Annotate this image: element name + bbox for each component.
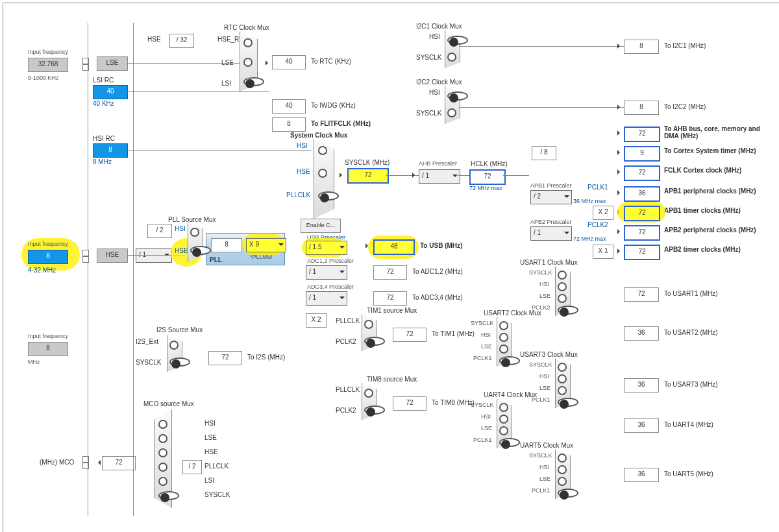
ahb-div[interactable]: / 1 [419,169,460,184]
adc12-div[interactable]: / 1 [306,265,347,280]
flit-out: 8 [272,117,306,132]
pll-hsi-div: / 2 [147,224,172,238]
hse-input-value[interactable]: 8 [28,250,68,264]
i2s-input-range: MHz [28,359,40,365]
usart1-lse: LSE [539,293,550,299]
i2c1-radio-hsi[interactable] [447,36,468,45]
i2c2-radio-sysclk[interactable] [447,108,456,117]
usart1-hsi: HSI [539,281,549,287]
usart1-r1[interactable] [558,271,567,280]
lse-input-range: 0-1000 KHz [28,75,59,81]
apb1-tim-lbl: APB1 timer clocks (MHz) [664,207,741,214]
i2s-radio-ext[interactable] [169,341,179,350]
rtc-hse-lbl: HSE [147,36,161,43]
mco-radio-lsi[interactable] [158,477,167,486]
mco-radio-hse[interactable] [158,448,167,457]
sysmux-radio-hse[interactable] [318,169,327,178]
hse-pin-top [82,250,89,256]
uart5-r2[interactable] [558,465,567,474]
adc12-out-lbl: To ADC1,2 (MHz) [412,268,463,275]
rtc-radio-lse[interactable] [243,58,253,67]
apb2-periph: 72 [624,225,660,241]
pll-radio-hsi[interactable] [190,228,199,237]
uart4-r2[interactable] [499,415,508,424]
arrow-ahb-out [617,130,623,136]
usart2-r3[interactable] [499,345,508,354]
usart1-sysclk: SYSCLK [529,269,552,276]
mco-radio-pll[interactable] [158,463,167,472]
mco-radio-hsi[interactable] [158,420,167,429]
i2c2-title: I2C2 Clock Mux [416,79,462,86]
apb2-div[interactable]: / 1 [530,226,572,241]
usart3-title: USART3 Clock Mux [520,351,578,358]
tim8-radio-pclk2[interactable] [364,405,385,415]
usart1-out-lbl: To USART1 (MHz) [664,290,718,297]
rtc-radio-hse[interactable] [243,38,253,47]
pll-radio-hse[interactable] [190,246,211,255]
tim8-radio-pll[interactable] [364,389,373,398]
hse-input-range: 4-32 MHz [28,267,56,274]
mco-radio-lse[interactable] [158,434,167,443]
tim1-radio-pll[interactable] [364,320,373,329]
usart2-r4[interactable] [499,356,520,365]
usart2-r1[interactable] [499,321,508,330]
rtc-out-lbl: To RTC (KHz) [311,58,351,65]
lsirc-label: LSI RC [93,77,114,84]
usart3-r3[interactable] [558,386,567,395]
usb-div[interactable]: / 1.5 [306,241,347,255]
uart4-r1[interactable] [499,403,508,412]
tim1-radio-pclk2[interactable] [364,337,385,346]
out-fclk: 72 [624,165,660,181]
i2s-input-value[interactable]: 8 [28,342,68,356]
usart2-r2[interactable] [499,333,508,342]
hclk-value[interactable]: 72 [469,169,506,185]
rtc-lsi-lbl: LSI [221,80,231,87]
usart3-r4[interactable] [558,398,578,407]
mco-title: MCO source Mux [143,400,194,407]
sysmux-radio-hsi[interactable] [318,146,327,155]
mco-lsi: LSI [204,477,214,484]
tim1-pclk2: PCLK2 [336,338,356,345]
arrow-ahb [412,173,417,178]
rtc-out: 40 [272,55,306,69]
i2c1-out-lbl: To I2C1 (MHz) [664,42,706,49]
usart1-r2[interactable] [558,282,567,291]
rtc-radio-lsi[interactable] [243,77,264,86]
out-fclk-lbl: FCLK Cortex clock (MHz) [664,167,741,174]
mco-radio-sysclk[interactable] [158,491,179,500]
usart1-out: 72 [624,287,659,302]
i2s-sysclk: SYSCLK [136,359,161,366]
adc12-title: ADC1,2 Prescaler [307,258,354,264]
mco-out-lbl: (MHz) MCO [40,459,74,466]
uart5-r3[interactable] [558,477,567,486]
arrow-i2c2 [617,104,623,110]
hse-pin-bot [82,256,89,263]
usart1-r4[interactable] [558,306,578,315]
i2c2-radio-hsi[interactable] [447,91,468,101]
lse-pin-box: LSE [97,56,128,71]
i2s-radio-sysclk[interactable] [169,357,190,367]
sysmux-enable-css[interactable]: Enable C... [301,219,341,233]
uart4-r4[interactable] [499,438,520,447]
lse-input-value[interactable]: 32.768 [28,58,68,72]
adc34-title: ADC3,4 Prescaler [307,284,354,290]
uart5-out-lbl: To UART5 (MHz) [664,470,713,478]
usart1-r3[interactable] [558,294,567,303]
tim1-title: TIM1 source Mux [367,307,417,314]
uart5-pclk: PCLK1 [532,487,550,494]
apb1-title: APB1 Prescaler [530,182,572,189]
pll-mul[interactable]: X 9 [246,238,286,252]
apb1-div[interactable]: / 2 [530,190,572,204]
usart3-r2[interactable] [558,374,567,383]
i2c1-radio-sysclk[interactable] [447,53,456,62]
uart5-r4[interactable] [558,489,578,498]
arrow-systick [617,150,623,155]
uart5-sysclk: SYSCLK [529,452,552,459]
arrow-i2c1 [617,43,623,49]
uart4-r3[interactable] [499,426,508,435]
sysmux-radio-pll[interactable] [318,191,339,200]
usart3-r1[interactable] [558,363,567,372]
uart5-r1[interactable] [558,453,567,463]
pll-prediv[interactable]: / 1 [136,248,172,263]
adc34-div[interactable]: / 1 [306,291,347,306]
